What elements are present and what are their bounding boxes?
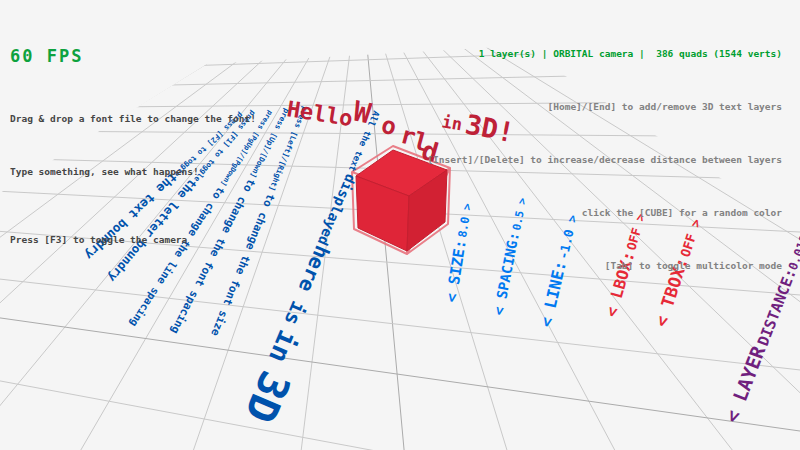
hint-camera-toggle: Press [F3] to toggle the camera <box>10 232 256 247</box>
hint-type: Type something, see what happens! <box>10 164 256 179</box>
ground-info-text: All the text displayed here is in 3D <box>235 109 381 430</box>
hint-cube-color: click the [CUBE] for a random color <box>427 205 782 220</box>
svg-text:displayed: displayed <box>315 172 359 248</box>
svg-text:o: o <box>379 111 400 142</box>
hint-layers: [Home]/[End] to add/remove 3D text layer… <box>427 99 782 114</box>
param-layer-value: 0.010 > <box>786 220 800 272</box>
render-stats: 1 layer(s) | ORBITAL camera | 386 quads … <box>427 46 782 61</box>
hint-multicolor: [Tab] to toggle multicolor mode <box>427 258 782 273</box>
svg-text:3D: 3D <box>235 364 300 430</box>
hud-top-right: 1 layer(s) | ORBITAL camera | 386 quads … <box>427 8 782 292</box>
fps-counter: 60 FPS <box>10 46 256 66</box>
svg-text:in: in <box>263 326 304 368</box>
param-layer-head: < LAYER <box>720 342 769 425</box>
hint-drag-drop: Drag & drop a font file to change the fo… <box>10 111 256 126</box>
hud-top-left: 60 FPS Drag & drop a font file to change… <box>10 8 256 266</box>
hint-layer-distance: [Insert]/[Delete] to increase/decrease d… <box>427 152 782 167</box>
